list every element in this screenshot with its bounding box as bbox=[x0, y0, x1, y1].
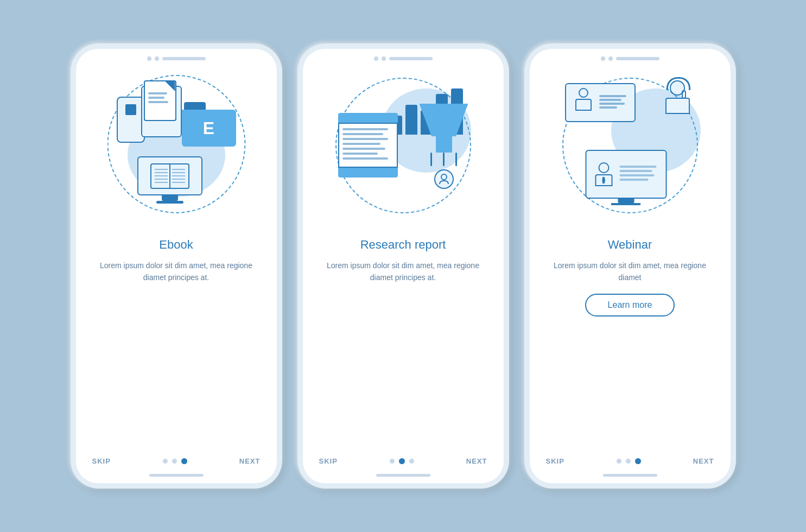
research-dot-3[interactable] bbox=[409, 459, 414, 464]
funnel-person-svg bbox=[439, 173, 449, 185]
status-bar-research bbox=[303, 49, 504, 64]
ebook-dot-2[interactable] bbox=[172, 459, 177, 464]
ebook-dot-3[interactable] bbox=[181, 458, 187, 464]
scroll-line bbox=[342, 143, 381, 145]
phones-container: E bbox=[71, 43, 736, 489]
research-next-button[interactable]: NEXT bbox=[466, 457, 487, 465]
phone-ebook: E bbox=[71, 43, 282, 489]
webinar-illustration-area bbox=[530, 64, 731, 227]
funnel-dot bbox=[434, 169, 454, 189]
webinar-home-indicator bbox=[603, 474, 657, 477]
status-bar-ebook bbox=[76, 49, 277, 64]
webinar-bottom-screen bbox=[585, 150, 667, 199]
phone-small-icon bbox=[117, 97, 145, 143]
video-line bbox=[620, 179, 649, 181]
chat-line bbox=[599, 106, 617, 109]
scroll-line bbox=[342, 128, 389, 130]
monitor-stand bbox=[162, 195, 178, 201]
scroll-line bbox=[342, 133, 383, 135]
headset-head bbox=[670, 80, 685, 96]
webinar-bottom-nav: SKIP NEXT bbox=[530, 452, 731, 474]
scroll-bottom bbox=[338, 168, 398, 178]
funnel-drop-line-1 bbox=[430, 153, 432, 166]
bar-2 bbox=[405, 105, 417, 135]
doc-line bbox=[148, 97, 165, 99]
scroll-line bbox=[342, 153, 378, 155]
presenter-body bbox=[575, 99, 592, 111]
ebook-content: Ebook Lorem ipsum dolor sit dim amet, me… bbox=[76, 227, 277, 300]
ebook-next-button[interactable]: NEXT bbox=[239, 457, 261, 465]
folder-icon: E bbox=[182, 102, 236, 145]
chat-line bbox=[599, 103, 625, 105]
folder-e-letter: E bbox=[203, 118, 214, 138]
scroll-line bbox=[342, 138, 389, 140]
headset-arc bbox=[667, 77, 690, 90]
status-dot-2 bbox=[155, 56, 159, 61]
ebook-nav-dots bbox=[163, 458, 187, 464]
funnel-top bbox=[420, 104, 468, 136]
pv-head bbox=[598, 162, 609, 173]
status-bar-line bbox=[616, 57, 659, 60]
webinar-skip-button[interactable]: SKIP bbox=[546, 457, 564, 465]
ebook-skip-button[interactable]: SKIP bbox=[92, 457, 111, 465]
scroll-top bbox=[338, 113, 398, 123]
headset-person bbox=[660, 80, 695, 126]
webinar-top-monitor bbox=[565, 83, 636, 129]
funnel-drop-line-2 bbox=[443, 153, 445, 166]
monitor-ebook bbox=[137, 156, 202, 205]
research-skip-button[interactable]: SKIP bbox=[319, 457, 338, 465]
status-dot-2 bbox=[608, 56, 613, 61]
webinar-illustration bbox=[554, 75, 706, 216]
status-dot-1 bbox=[601, 56, 605, 61]
svg-point-12 bbox=[441, 174, 447, 180]
webinar-title: Webinar bbox=[546, 238, 714, 252]
webinar-description: Lorem ipsum dolor sit dim amet, mea regi… bbox=[546, 259, 714, 284]
webinar-monitor-stand bbox=[618, 199, 634, 203]
ebook-home-indicator bbox=[149, 474, 204, 477]
video-line bbox=[620, 174, 655, 176]
ebook-illustration-area: E bbox=[76, 64, 277, 227]
presenter-icon bbox=[571, 88, 595, 118]
monitor-screen bbox=[137, 156, 202, 195]
scroll-line bbox=[342, 157, 389, 160]
webinar-dot-1[interactable] bbox=[617, 459, 621, 464]
chat-line bbox=[599, 95, 626, 97]
webinar-dot-2[interactable] bbox=[626, 459, 631, 464]
webinar-top-screen bbox=[565, 83, 636, 122]
research-dot-2[interactable] bbox=[399, 458, 405, 464]
status-bar-line bbox=[389, 57, 433, 60]
webinar-content: Webinar Lorem ipsum dolor sit dim amet, … bbox=[530, 227, 731, 327]
learn-more-button[interactable]: Learn more bbox=[585, 294, 675, 316]
book-svg bbox=[148, 161, 192, 191]
ebook-dot-1[interactable] bbox=[163, 459, 168, 464]
chat-bubble bbox=[599, 95, 629, 110]
webinar-monitor-base bbox=[611, 203, 641, 205]
scroll-body bbox=[338, 123, 398, 168]
video-text-lines bbox=[620, 166, 661, 183]
phone-webinar: Webinar Lorem ipsum dolor sit dim amet, … bbox=[524, 43, 736, 489]
funnel bbox=[420, 104, 468, 189]
doc-line bbox=[148, 92, 167, 94]
webinar-nav-dots bbox=[617, 458, 641, 464]
webinar-next-button[interactable]: NEXT bbox=[693, 457, 714, 465]
person-video-icon bbox=[592, 162, 616, 186]
headset-mic bbox=[682, 90, 686, 99]
research-illustration-area bbox=[303, 64, 504, 227]
funnel-drops bbox=[425, 153, 463, 166]
webinar-bottom-monitor bbox=[585, 150, 667, 205]
ebook-illustration: E bbox=[100, 75, 252, 216]
phone-research: Research report Lorem ipsum dolor sit di… bbox=[297, 43, 509, 489]
video-line bbox=[620, 170, 652, 172]
research-dot-1[interactable] bbox=[390, 459, 395, 464]
webinar-dot-3[interactable] bbox=[635, 458, 641, 464]
research-title: Research report bbox=[319, 238, 487, 252]
pv-body bbox=[595, 174, 612, 186]
ebook-bottom-nav: SKIP NEXT bbox=[76, 452, 277, 474]
ebook-title: Ebook bbox=[92, 238, 261, 252]
funnel-drop-line-3 bbox=[455, 153, 457, 166]
chat-line bbox=[599, 99, 621, 101]
presenter-head bbox=[579, 88, 588, 98]
status-dot-1 bbox=[147, 56, 151, 61]
video-line bbox=[620, 166, 657, 168]
headset-body bbox=[665, 98, 690, 114]
